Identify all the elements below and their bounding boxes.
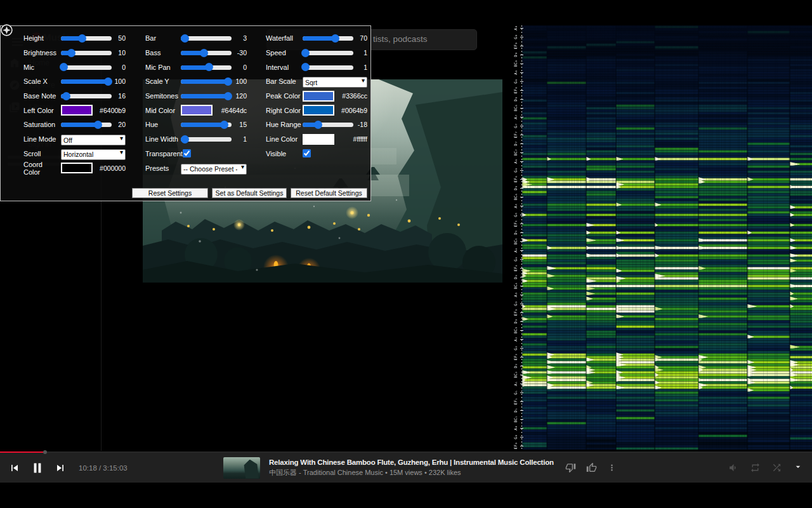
setting-row-hue-range: Hue Range-18 [266,117,367,132]
next-icon [54,462,67,474]
previous-track-button[interactable] [6,460,23,476]
setting-label: Semitones [145,92,181,100]
repeat-icon[interactable] [750,462,761,473]
note-axis-tick [520,135,523,135]
select-bar-scale[interactable]: Sqrt [303,77,367,88]
select-presets[interactable]: -- Choose Preset -- [181,164,247,175]
slider-height[interactable] [61,34,112,43]
slider-mic[interactable] [61,63,112,72]
note-axis-tick [520,206,523,206]
setting-row-height: Height50 [23,31,126,46]
setting-row-hue: Hue15 [145,117,247,132]
note-axis-tick [520,179,523,180]
slider-scale-x[interactable] [61,77,112,86]
slider-speed[interactable] [303,48,353,57]
setting-row-scale-y: Scale Y100 [145,74,247,89]
color-swatch-coord-color[interactable] [61,163,93,173]
setting-value: 100 [232,77,247,85]
note-axis-tick [520,117,523,117]
slider-base-note[interactable] [61,91,112,100]
like-icon[interactable] [586,462,597,473]
slider-scale-y[interactable] [181,77,232,86]
now-playing-thumbnail[interactable] [223,457,260,479]
setting-label: Right Color [266,107,303,114]
setting-row-speed: Speed1 [266,46,367,60]
note-axis-tick [520,384,523,384]
color-swatch-line-color[interactable] [303,134,334,145]
slider-semitones[interactable] [181,91,232,100]
setting-row-brightness: Brightness10 [23,46,126,60]
setting-label: Hue Range [266,121,303,128]
setting-label: Height [23,34,61,42]
color-swatch-mid-color[interactable] [181,105,213,116]
setting-label: Mic Pan [145,64,181,71]
extension-toggle-icon[interactable] [1,24,13,36]
setting-label: Coord Color [23,161,61,176]
setting-row-waterfall: Waterfall70 [266,31,367,46]
settings-column-2: Bar3Bass-30Mic Pan0Scale Y100Semitones12… [145,31,247,175]
slider-hue[interactable] [181,120,232,129]
next-track-button[interactable] [52,460,69,476]
expand-player-button[interactable] [793,462,803,474]
note-axis-tick [520,99,523,100]
note-axis-tick [520,392,523,393]
select-scroll[interactable]: Horizontal [61,149,126,160]
progress-thumb[interactable] [43,450,47,454]
pause-button[interactable] [29,460,46,476]
setting-row-peak-color: Peak Color#3366cc [266,89,367,104]
note-axis-tick [520,339,523,340]
color-swatch-peak-color[interactable] [303,91,334,102]
setting-label: Scale Y [145,77,181,85]
slider-line-width[interactable] [181,135,232,144]
setting-value: 1 [353,49,367,57]
more-options-icon[interactable] [607,463,617,472]
setting-value: 120 [232,92,247,100]
setting-label: Line Width [145,135,181,143]
note-axis-tick [520,428,523,429]
color-swatch-left-color[interactable] [61,105,93,116]
slider-bass[interactable] [181,48,232,57]
slider-mic-pan[interactable] [181,63,232,72]
dislike-icon[interactable] [565,462,576,473]
page: Music Home Explore Library Sign in tists… [0,0,812,508]
setting-label: Interval [266,64,303,71]
slider-bar[interactable] [181,34,232,43]
note-axis-tick [520,241,523,242]
checkbox-transparent[interactable] [183,149,191,157]
reset-default-settings-button[interactable]: Reset Default Settings [291,188,367,198]
setting-row-left-color: Left Color#6400b9 [23,103,126,117]
volume-icon[interactable] [728,462,739,473]
setting-value: 1 [353,64,367,71]
slider-hue-range[interactable] [303,120,353,129]
note-axis-tick [520,28,523,29]
playback-progress-bar[interactable] [0,451,812,453]
time-display: 10:18 / 3:15:03 [79,464,128,472]
note-axis-tick [520,401,523,402]
slider-saturation[interactable] [61,120,112,129]
select-line-mode[interactable]: Off [61,135,126,145]
note-axis-tick [520,170,523,171]
setting-label: Hue [145,121,181,128]
checkbox-visible[interactable] [303,149,311,157]
note-axis-tick [520,321,523,322]
setting-value: 10 [112,49,126,57]
note-axis-tick [520,152,523,153]
setting-value: 15 [232,121,247,128]
shuffle-icon[interactable] [771,462,782,473]
reset-settings-button[interactable]: Reset Settings [132,188,208,198]
note-axis-tick [520,224,523,224]
slider-brightness[interactable] [61,48,112,57]
note-axis-tick [520,419,523,420]
set-default-settings-button[interactable]: Set as Default Settings [212,188,287,198]
note-axis-tick [520,144,523,144]
slider-interval[interactable] [303,63,353,72]
color-swatch-right-color[interactable] [303,105,334,116]
note-axis-tick [520,197,523,197]
setting-label: Speed [266,49,303,57]
note-axis-tick [520,348,523,349]
track-subtitle[interactable]: 中国乐器 - Traditional Chinese Music • 15M v… [269,468,554,478]
track-title[interactable]: Relaxing With Chinese Bamboo Flute, Guzh… [269,458,554,466]
setting-row-mic-pan: Mic Pan0 [145,60,247,74]
slider-waterfall[interactable] [303,34,353,43]
pause-icon [29,460,46,476]
